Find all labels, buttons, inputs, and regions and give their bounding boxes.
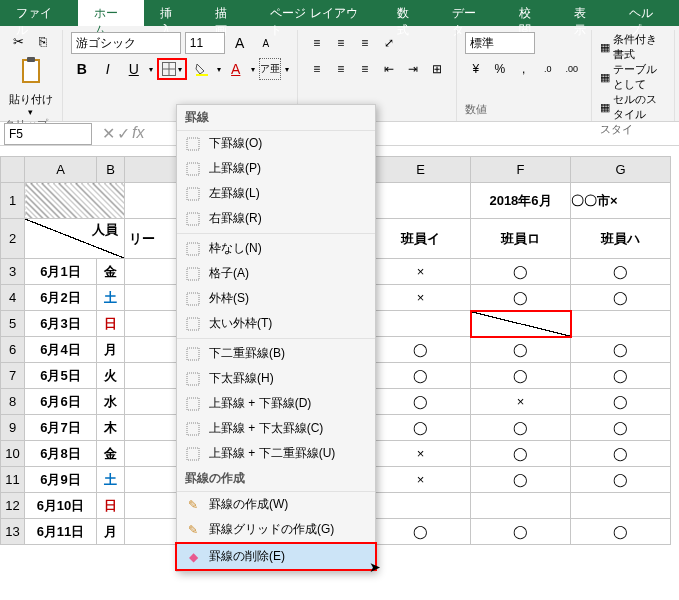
cell-header-personnel[interactable]: 人員 <box>25 219 125 259</box>
cell[interactable]: ◯ <box>571 415 671 441</box>
col-header-A[interactable]: A <box>25 157 97 183</box>
border-erase-item[interactable]: ◆罫線の削除(E)➤ <box>175 542 377 571</box>
cell[interactable]: ◯ <box>471 415 571 441</box>
tab-help[interactable]: ヘルプ <box>613 0 679 26</box>
name-box[interactable] <box>4 123 92 145</box>
border-draw-item[interactable]: ✎罫線の作成(W) <box>177 492 375 517</box>
cell[interactable]: ◯ <box>371 415 471 441</box>
cell-dow[interactable]: 火 <box>97 363 125 389</box>
cell-dow[interactable]: 土 <box>97 285 125 311</box>
bold-button[interactable]: B <box>71 58 93 80</box>
cell[interactable]: ◯ <box>471 285 571 311</box>
cell[interactable] <box>371 311 471 337</box>
cell-dow[interactable]: 水 <box>97 389 125 415</box>
select-all[interactable] <box>1 157 25 183</box>
cell-dow[interactable]: 金 <box>97 259 125 285</box>
cell-title-city[interactable]: 〇〇市× <box>571 183 671 219</box>
cell[interactable]: ◯ <box>371 519 471 545</box>
merge-icon[interactable]: ⊞ <box>426 58 448 80</box>
increase-font-icon[interactable]: A <box>229 32 251 54</box>
cell[interactable]: × <box>371 441 471 467</box>
tab-insert[interactable]: 挿入 <box>144 0 199 26</box>
font-family-select[interactable] <box>71 32 181 54</box>
row-header[interactable]: 4 <box>1 285 25 311</box>
fill-color-button[interactable] <box>191 58 213 80</box>
row-header[interactable]: 1 <box>1 183 25 219</box>
cell[interactable]: ◯ <box>571 337 671 363</box>
currency-icon[interactable]: ¥ <box>465 58 487 80</box>
cell[interactable]: ◯ <box>471 519 571 545</box>
col-header-E[interactable]: E <box>371 157 471 183</box>
cell-date[interactable]: 6月3日 <box>25 311 97 337</box>
cell-dow[interactable]: 金 <box>97 441 125 467</box>
row-header[interactable]: 3 <box>1 259 25 285</box>
cell-date[interactable]: 6月9日 <box>25 467 97 493</box>
align-left-icon[interactable]: ≡ <box>306 58 328 80</box>
cell[interactable]: ◯ <box>571 363 671 389</box>
row-header[interactable]: 13 <box>1 519 25 545</box>
cell[interactable] <box>371 493 471 519</box>
indent-inc-icon[interactable]: ⇥ <box>402 58 424 80</box>
cell-date[interactable]: 6月2日 <box>25 285 97 311</box>
cell[interactable]: ◯ <box>571 259 671 285</box>
cell[interactable] <box>471 493 571 519</box>
percent-icon[interactable]: % <box>489 58 511 80</box>
border-menu-item[interactable]: 左罫線(L) <box>177 181 375 206</box>
row-header[interactable]: 7 <box>1 363 25 389</box>
border-menu-item[interactable]: 下太罫線(H) <box>177 366 375 391</box>
row-header[interactable]: 10 <box>1 441 25 467</box>
underline-button[interactable]: U <box>123 58 145 80</box>
cell-date[interactable]: 6月11日 <box>25 519 97 545</box>
cell-date[interactable]: 6月6日 <box>25 389 97 415</box>
cell[interactable]: ◯ <box>371 337 471 363</box>
border-menu-item[interactable]: 太い外枠(T) <box>177 311 375 336</box>
border-menu-item[interactable]: 上罫線 + 下太罫線(C) <box>177 416 375 441</box>
row-header[interactable]: 6 <box>1 337 25 363</box>
cell-title-month[interactable]: 2018年6月 <box>471 183 571 219</box>
row-header[interactable]: 11 <box>1 467 25 493</box>
cell-dow[interactable]: 日 <box>97 311 125 337</box>
cell[interactable]: ◯ <box>471 441 571 467</box>
align-middle-icon[interactable]: ≡ <box>330 32 352 54</box>
decrease-font-icon[interactable]: A <box>255 32 277 54</box>
cell[interactable]: ◯ <box>371 389 471 415</box>
tab-layout[interactable]: ページ レイアウト <box>254 0 381 26</box>
cell[interactable] <box>25 183 125 219</box>
cell-header-E[interactable]: 班員イ <box>371 219 471 259</box>
cell[interactable]: ◯ <box>471 259 571 285</box>
align-right-icon[interactable]: ≡ <box>354 58 376 80</box>
italic-button[interactable]: I <box>97 58 119 80</box>
cell-dow[interactable]: 日 <box>97 493 125 519</box>
cut-icon[interactable]: ✂ <box>8 30 30 52</box>
cell[interactable]: ◯ <box>371 363 471 389</box>
tab-review[interactable]: 校閲 <box>503 0 558 26</box>
cell-date[interactable]: 6月8日 <box>25 441 97 467</box>
cell[interactable]: ◯ <box>571 467 671 493</box>
tab-formula[interactable]: 数式 <box>381 0 436 26</box>
border-dropdown-button[interactable]: ▾ <box>157 58 187 80</box>
cancel-formula-icon[interactable]: ✕ <box>102 124 115 143</box>
tab-file[interactable]: ファイル <box>0 0 78 26</box>
cell[interactable]: ◯ <box>471 363 571 389</box>
row-header[interactable]: 5 <box>1 311 25 337</box>
number-format-select[interactable] <box>465 32 535 54</box>
cell[interactable]: × <box>371 285 471 311</box>
cell-dow[interactable]: 月 <box>97 337 125 363</box>
cell[interactable]: ◯ <box>571 519 671 545</box>
border-menu-item[interactable]: 枠なし(N) <box>177 236 375 261</box>
cell-dow[interactable]: 土 <box>97 467 125 493</box>
align-bottom-icon[interactable]: ≡ <box>354 32 376 54</box>
row-header[interactable]: 2 <box>1 219 25 259</box>
comma-icon[interactable]: , <box>513 58 535 80</box>
cell-dow[interactable]: 木 <box>97 415 125 441</box>
paste-button[interactable]: 貼り付け ▾ <box>9 54 53 117</box>
accept-formula-icon[interactable]: ✓ <box>117 124 130 143</box>
cell[interactable]: ◯ <box>471 337 571 363</box>
dec-decimal-icon[interactable]: .00 <box>561 58 583 80</box>
font-size-select[interactable] <box>185 32 225 54</box>
cell[interactable] <box>571 311 671 337</box>
cell[interactable] <box>571 493 671 519</box>
inc-decimal-icon[interactable]: .0 <box>537 58 559 80</box>
orientation-icon[interactable]: ⤢ <box>378 32 400 54</box>
tab-view[interactable]: 表示 <box>558 0 613 26</box>
